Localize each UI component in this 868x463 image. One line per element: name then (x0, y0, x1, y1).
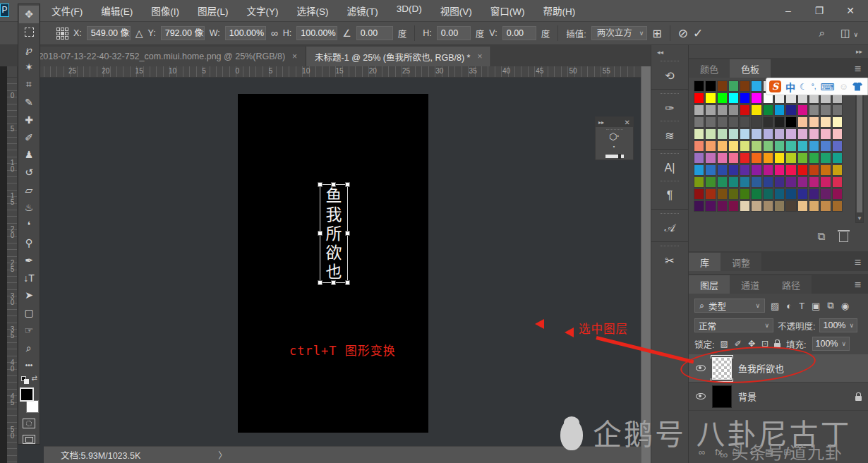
color-swatch[interactable] (809, 152, 819, 164)
ime-language-toggle[interactable]: 中 (785, 80, 795, 94)
reference-point-icon[interactable] (56, 28, 68, 40)
color-swatch[interactable] (809, 188, 819, 200)
color-swatch[interactable] (705, 140, 716, 152)
document-tab[interactable]: ot_2018-07-13-22-40-32-752_com.miui.home… (18, 47, 306, 66)
color-swatch[interactable] (740, 164, 750, 176)
color-swatch[interactable] (728, 116, 739, 128)
commit-transform-button[interactable]: ✓ (693, 26, 703, 41)
menu-item[interactable]: 滤镜(T) (338, 4, 387, 18)
collapse-panels-icon[interactable]: ▸▸ (856, 48, 862, 55)
color-swatch[interactable] (717, 80, 728, 92)
color-swatch[interactable] (717, 140, 728, 152)
color-swatch[interactable] (717, 92, 728, 104)
swatches-scrollbar[interactable]: ▲▼ (855, 82, 864, 223)
status-chevron-icon[interactable]: 〉 (218, 448, 227, 462)
minipanel-slider[interactable] (605, 155, 624, 158)
color-swatch[interactable] (740, 140, 750, 152)
color-swatch[interactable] (694, 164, 704, 176)
x-input[interactable]: 549.00 像素 (87, 26, 131, 40)
color-swatch[interactable] (694, 200, 704, 212)
paint-bucket-tool[interactable]: ♨ (19, 199, 39, 217)
menu-item[interactable]: 图像(I) (142, 4, 188, 18)
document-tab[interactable]: 未标题-1 @ 25% (鱼我所欲也, RGB/8) *× (306, 47, 491, 66)
color-swatch[interactable] (717, 164, 728, 176)
color-swatch[interactable] (694, 92, 704, 104)
color-swatch[interactable] (717, 152, 728, 164)
color-swatch[interactable] (751, 104, 761, 116)
color-swatch[interactable] (809, 104, 819, 116)
history-brush-tool[interactable]: ↺ (19, 164, 39, 181)
swatches-tab[interactable]: 颜色 (689, 59, 730, 78)
color-swatch[interactable] (832, 140, 843, 152)
transform-handle[interactable] (331, 182, 336, 187)
color-swatch[interactable] (820, 152, 831, 164)
color-swatch[interactable] (717, 188, 728, 200)
color-swatch[interactable] (751, 176, 761, 188)
y-input[interactable]: 792.00 像素 (161, 26, 205, 40)
fill-select[interactable]: 100% ∨ (812, 337, 850, 351)
color-swatch[interactable] (717, 104, 728, 116)
ime-skin-icon[interactable] (852, 83, 862, 91)
color-swatch[interactable] (774, 164, 785, 176)
transform-handle[interactable] (345, 280, 350, 285)
color-swatch[interactable] (832, 176, 843, 188)
search-icon[interactable]: ⌕ (819, 27, 825, 40)
color-swatch[interactable] (809, 116, 819, 128)
character-panel-icon[interactable]: A| (651, 157, 688, 179)
color-swatch[interactable] (717, 116, 728, 128)
quick-mask-button[interactable] (23, 419, 35, 428)
color-swatch[interactable] (751, 152, 761, 164)
layer-thumbnail[interactable] (713, 386, 731, 407)
color-swatch[interactable] (832, 200, 843, 212)
transform-handle[interactable] (331, 280, 336, 285)
new-swatch-icon[interactable]: ⧉ (817, 230, 825, 243)
document-canvas[interactable]: 鱼我所欲也 ctrl+T 图形变换 (238, 94, 428, 433)
color-swatch[interactable] (705, 116, 716, 128)
angle-input[interactable]: 0.00 (356, 26, 393, 40)
color-swatch[interactable] (751, 164, 761, 176)
libraries-tab[interactable]: 调整 (721, 253, 761, 271)
lasso-tool[interactable]: ℘ (19, 41, 39, 59)
filter-shape-layers-icon[interactable]: ▣ (812, 301, 820, 311)
color-swatch[interactable] (832, 104, 843, 116)
sogou-logo-icon[interactable]: S (769, 80, 781, 92)
color-swatch[interactable] (763, 176, 773, 188)
layer-filter-select[interactable]: ⌕ 类型 ∨ (694, 299, 765, 313)
color-swatch[interactable] (751, 140, 761, 152)
color-swatch[interactable] (763, 128, 773, 140)
tab-close-icon[interactable]: × (477, 52, 482, 61)
color-swatch[interactable] (740, 80, 750, 92)
color-swatch[interactable] (705, 164, 716, 176)
color-swatch[interactable] (832, 128, 843, 140)
color-swatch[interactable] (728, 80, 739, 92)
transform-handle[interactable] (345, 231, 350, 236)
eyedropper-tool[interactable]: ✎ (19, 93, 39, 111)
color-swatch[interactable] (785, 200, 796, 212)
workspace-switcher-icon[interactable]: ◫ ∨ (840, 27, 858, 40)
filter-type-layers-icon[interactable]: T (799, 301, 804, 311)
color-swatch[interactable] (694, 104, 704, 116)
tool-presets-panel-icon[interactable]: ✂ (651, 249, 688, 272)
color-swatch[interactable] (797, 164, 808, 176)
color-swatch[interactable] (809, 140, 819, 152)
minimize-button[interactable]: – (782, 5, 795, 16)
layer-name[interactable]: 背景 (738, 390, 848, 403)
hand-tool[interactable]: ☞ (19, 322, 39, 339)
color-swatch[interactable] (797, 140, 808, 152)
menu-item[interactable]: 窗口(W) (481, 4, 534, 18)
eraser-tool[interactable]: ▱ (19, 181, 39, 199)
rectangular-marquee-tool[interactable] (19, 23, 39, 41)
delete-swatch-icon[interactable] (839, 232, 848, 242)
color-swatch[interactable] (705, 104, 716, 116)
paragraph-panel-icon[interactable]: ¶ (651, 184, 688, 207)
interpolation-select[interactable]: 两次立方∨ (591, 26, 648, 40)
menu-item[interactable]: 3D(D) (387, 4, 431, 18)
swap-colors-icon[interactable]: ⇄ (19, 374, 39, 385)
color-swatch[interactable] (774, 104, 785, 116)
color-swatch[interactable] (797, 116, 808, 128)
color-swatch[interactable] (774, 140, 785, 152)
vertical-type-tool[interactable]: ↓T (19, 269, 39, 287)
color-swatch[interactable] (740, 104, 750, 116)
color-swatch[interactable] (785, 176, 796, 188)
blend-mode-select[interactable]: 正常 ∨ (694, 318, 773, 332)
